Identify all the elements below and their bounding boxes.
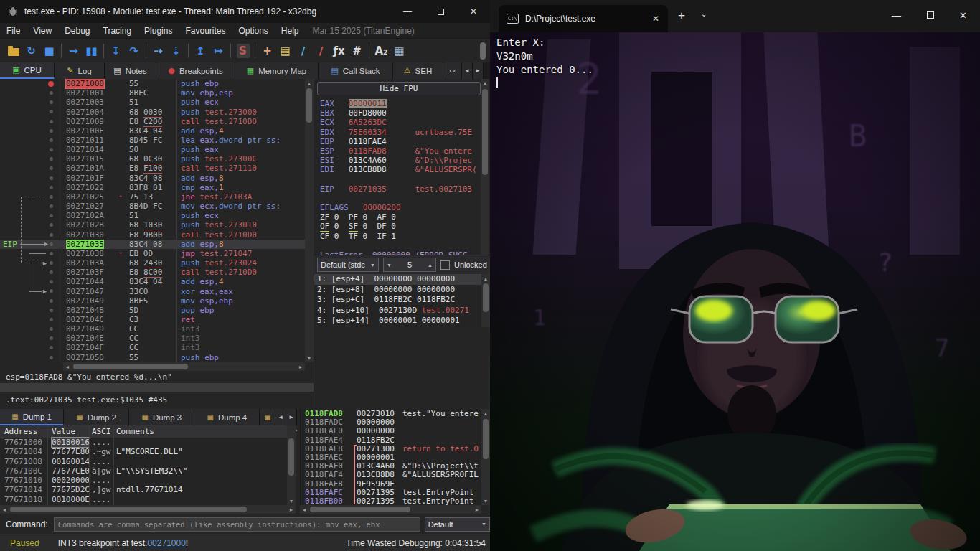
row-dot[interactable] bbox=[50, 176, 53, 180]
disasm-row[interactable]: 0027100468 0030push test.273000 bbox=[0, 107, 305, 116]
register-line[interactable]: EBP 0118FAE4 bbox=[320, 137, 482, 146]
animate-over-icon[interactable]: ⇣ bbox=[167, 42, 185, 60]
tabs-scroll-left-icon[interactable]: ◄ bbox=[462, 62, 473, 79]
dump-col-address[interactable]: Address bbox=[4, 427, 37, 436]
disasm-row[interactable]: 00271030E8 9B00call test.2710D0 bbox=[0, 230, 305, 240]
patch-icon[interactable]: + bbox=[258, 42, 276, 60]
row-dot[interactable] bbox=[50, 336, 53, 340]
disasm-row[interactable]: 002710118D45 FClea eax,dword ptr ss: bbox=[0, 136, 305, 145]
tab-breakpoints[interactable]: ●Breakpoints bbox=[156, 62, 235, 79]
disasm-row[interactable]: 0027101F83C4 08add esp,8 bbox=[0, 174, 305, 183]
args-vscrollbar[interactable]: ▲ bbox=[481, 274, 490, 327]
execute-till-return-icon[interactable]: ↥ bbox=[192, 42, 209, 60]
new-tab-icon[interactable]: + bbox=[678, 9, 685, 23]
menu-favourites[interactable]: Favourites bbox=[179, 23, 232, 39]
register-line[interactable] bbox=[320, 241, 482, 250]
register-line[interactable] bbox=[320, 175, 482, 184]
menu-tracing[interactable]: Tracing bbox=[97, 23, 138, 39]
dump-tabs-scroll-left-icon[interactable]: ◄ bbox=[275, 409, 286, 425]
disasm-row[interactable]: 002710018BECmov ebp,esp bbox=[0, 88, 305, 98]
stop-icon[interactable]: ■ bbox=[40, 42, 58, 60]
step-into-icon[interactable]: ↧ bbox=[107, 42, 125, 60]
assemble-icon[interactable]: A₂ bbox=[372, 42, 390, 60]
row-dot[interactable] bbox=[50, 309, 53, 312]
arg-row[interactable]: 5: [esp+14] 00000001 00000001 bbox=[314, 316, 481, 326]
row-dot[interactable] bbox=[50, 223, 53, 227]
terminal-maximize-icon[interactable] bbox=[913, 0, 947, 30]
dump-row[interactable]: 7767100000180016.... bbox=[0, 438, 287, 447]
dump-col-comments[interactable]: Comments bbox=[116, 427, 154, 436]
tab-notes[interactable]: ▤Notes bbox=[105, 62, 156, 79]
stack-hscrollbar[interactable]: ◄ ► bbox=[300, 505, 481, 514]
tab-script[interactable]: ‹› bbox=[443, 62, 462, 79]
disasm-row[interactable]: 0027104ECCint3 bbox=[0, 334, 305, 343]
register-line[interactable]: EIP 00271035 test.0027103 bbox=[320, 184, 482, 194]
spinner-down-icon[interactable]: ▼ bbox=[387, 263, 392, 268]
disasm-row[interactable]: 002710278B4D FCmov ecx,dword ptr ss: bbox=[0, 202, 305, 211]
hash-icon[interactable]: # bbox=[348, 42, 366, 60]
pause-icon[interactable]: ▮▮ bbox=[83, 42, 100, 60]
disasm-row[interactable]: 0027104FCCint3 bbox=[0, 343, 305, 352]
stack-row[interactable]: 0118FB0000271395test.EntryPoint bbox=[301, 496, 481, 505]
register-line[interactable]: EBX 00FD8000 bbox=[320, 108, 482, 118]
fx-icon[interactable]: ƒx bbox=[330, 42, 348, 60]
register-line[interactable]: ESI 013C4A60 &"D:\\Projec bbox=[320, 156, 482, 165]
disasm-vscrollbar[interactable]: ▲ ▼ bbox=[305, 79, 314, 362]
dump-table[interactable]: 7767100000180016....7767100477677E80.~gw… bbox=[0, 438, 287, 505]
dump-col-value[interactable]: Value bbox=[52, 427, 75, 436]
disasm-row[interactable]: 0027100351push ecx bbox=[0, 98, 305, 107]
run-icon[interactable]: → bbox=[65, 42, 83, 60]
trace-coverage-icon[interactable]: ∕ bbox=[312, 42, 330, 60]
dump-row[interactable]: 7767100800160014.... bbox=[0, 457, 287, 466]
disasm-row[interactable]: 0027104483C4 04add esp,4 bbox=[0, 277, 305, 286]
row-dot[interactable] bbox=[50, 110, 53, 113]
disasm-row[interactable]: 0027104B5Dpop ebp bbox=[0, 306, 305, 315]
row-dot[interactable] bbox=[50, 214, 53, 217]
stack-row[interactable]: 0118FAFC00271395test.EntryPoint bbox=[301, 488, 481, 496]
run-to-user-code-icon[interactable]: ↦ bbox=[209, 42, 227, 60]
dump-row[interactable]: 7767101477675D2C,]gwntdll.77671014 bbox=[0, 485, 287, 494]
menu-options[interactable]: Options bbox=[232, 23, 274, 39]
unlocked-checkbox[interactable] bbox=[440, 260, 450, 270]
tab-seh[interactable]: ⚠SEH bbox=[393, 62, 443, 79]
dump-hscrollbar[interactable]: ◄ ► bbox=[0, 505, 296, 514]
row-dot[interactable] bbox=[50, 318, 53, 321]
toolbar-grip[interactable] bbox=[480, 42, 486, 60]
row-dot[interactable] bbox=[50, 233, 53, 237]
stack-row[interactable]: 0118FAD800273010test."You entere bbox=[301, 409, 481, 418]
animate-into-icon[interactable]: ⇢ bbox=[149, 42, 167, 60]
disasm-row[interactable]: 0027105055push ebp bbox=[0, 353, 305, 362]
disasm-hscrollbar[interactable]: ◄ ► bbox=[63, 362, 305, 371]
stack-row[interactable]: 0118FADC00000000 bbox=[301, 418, 481, 426]
dump-row[interactable]: 7767101000020000.... bbox=[0, 476, 287, 485]
row-dot[interactable] bbox=[50, 270, 53, 274]
row-dot[interactable] bbox=[50, 100, 53, 104]
register-line[interactable]: EDI 013CB8D8 &"ALLUSERSPR( bbox=[320, 165, 482, 174]
tab-dump-2[interactable]: ▦Dump 2 bbox=[64, 409, 129, 425]
register-line[interactable]: EAX 00000011 bbox=[320, 99, 482, 108]
comment-icon[interactable]: ▤ bbox=[276, 42, 294, 60]
stack-row[interactable]: 0118FAF4013CB8D8&"ALLUSERSPROFIL bbox=[301, 470, 481, 479]
stack-row[interactable]: 0118FAF89F95969E bbox=[301, 479, 481, 488]
row-dot[interactable] bbox=[50, 280, 53, 283]
tab-dropdown-icon[interactable]: ⌄ bbox=[701, 10, 707, 18]
stack-vscrollbar[interactable]: ▲ ▼ bbox=[481, 409, 490, 505]
disasm-row[interactable]: 0027101568 0C30push test.27300C bbox=[0, 154, 305, 164]
menu-plugins[interactable]: Plugins bbox=[138, 23, 179, 39]
breakpoint-address-link[interactable]: 00271000 bbox=[147, 538, 185, 548]
row-dot[interactable] bbox=[50, 242, 53, 246]
row-dot[interactable] bbox=[50, 166, 53, 170]
stack-row[interactable]: 0118FAE80027130Dreturn to test.0 bbox=[301, 444, 481, 453]
arg-row[interactable]: 2: [esp+8] 00000000 00000000 bbox=[314, 285, 481, 296]
close-icon[interactable]: ✕ bbox=[457, 0, 490, 23]
register-line[interactable]: ECX 6A5263DC bbox=[320, 118, 482, 127]
stack-row[interactable]: 0118FAE000000000 bbox=[301, 426, 481, 435]
terminal-tab[interactable]: C:\ D:\Project\test.exe ✕ bbox=[499, 5, 668, 32]
menu-help[interactable]: Help bbox=[275, 23, 306, 39]
row-dot[interactable] bbox=[50, 91, 53, 95]
highlight-icon[interactable]: ∕ bbox=[294, 42, 312, 60]
tab-call-stack[interactable]: ▤Call Stack bbox=[319, 62, 393, 79]
tab-dump-1[interactable]: ▦Dump 1 bbox=[0, 409, 64, 425]
arg-row[interactable]: 1: [esp+4] 00000000 00000000 bbox=[314, 274, 481, 285]
row-dot[interactable] bbox=[50, 129, 53, 133]
